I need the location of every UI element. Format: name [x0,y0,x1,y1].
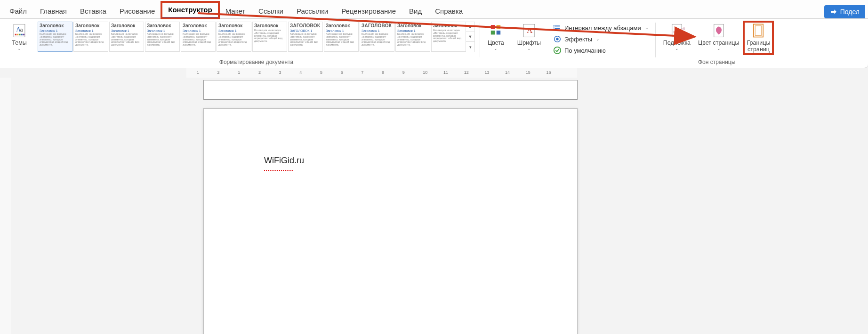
separator [655,23,656,57]
chevron-down-icon: ⌄ [645,25,649,30]
style-gallery[interactable]: ЗаголовокЗаголовок 1Коллекция на вкладке… [38,22,466,52]
ruler-tick: 11 [443,70,448,75]
tab-home[interactable]: Главная [33,3,73,18]
watermark-button[interactable]: ОБРАЗЕЦ Подложка ⌄ [660,22,693,54]
ruler-tick: 10 [423,70,427,75]
style-tile[interactable]: ЗаголовокЗаголовок 1Коллекция на вкладке… [38,22,72,52]
share-button[interactable]: Подел [824,5,865,18]
tab-draw[interactable]: Рисование [113,3,162,18]
ruler-tick: 4 [299,70,302,75]
page-borders-label-1: Границы [747,40,770,46]
style-tile-body: Коллекция на вкладке «Вставка» содержит … [75,33,106,47]
ruler-tick: 8 [382,70,384,75]
tab-file[interactable]: Файл [3,3,33,18]
svg-rect-10 [491,31,495,35]
style-tile[interactable]: ЗаголовокЗаголовок 1Коллекция на вкладке… [324,22,359,52]
style-tile[interactable]: ЗАГОЛОВОКЗАГОЛОВОК 1Коллекция на вкладке… [288,22,323,52]
tab-mailings[interactable]: Рассылки [290,3,335,18]
style-tile-subheading: Заголовок 1 [362,29,393,32]
group-page-background: ОБРАЗЕЦ Подложка ⌄ Цвет страницы ⌄ Грани… [657,21,777,68]
style-tile-heading: Заголовок [75,23,106,28]
themes-button[interactable]: A a Темы ⌄ [8,22,30,52]
style-tile-heading: Заголовок [326,23,357,28]
page-color-icon [711,23,727,39]
ruler-tick: 12 [464,70,469,75]
page-color-button[interactable]: Цвет страницы ⌄ [695,22,742,54]
ruler-tick: 2 [217,70,220,75]
ruler-tick: 7 [361,70,363,75]
page-borders-icon [750,23,766,39]
style-tile[interactable]: ЗаголовокЗаголовок 1Коллекция на вкладке… [395,22,430,52]
share-icon [830,8,837,16]
watermark-icon: ОБРАЗЕЦ [669,23,685,39]
style-tile-body: Коллекция на вкладке «Вставка» содержит … [40,33,71,47]
set-default-button[interactable]: По умолчанию [551,45,651,56]
previous-page-fragment[interactable] [203,80,578,100]
chevron-down-icon: ⌄ [675,46,679,51]
style-tile-body: Коллекция на вкладке «Вставка» содержит … [290,33,321,47]
paragraph-spacing-button[interactable]: Интервал между абзацами⌄ [551,23,651,33]
page-text[interactable]: WiFiGid.ru [264,156,304,165]
tab-design[interactable]: Конструктор [161,2,218,18]
default-label: По умолчанию [564,47,606,54]
gallery-up-button[interactable]: ▲ [466,22,474,32]
effects-label: Эффекты [564,36,592,43]
style-tile-subheading: Заголовок 1 [111,29,142,32]
svg-rect-7 [23,34,24,35]
svg-text:A: A [527,26,533,35]
fonts-label: Шрифты [517,40,541,46]
chevron-down-icon: ⌄ [596,37,600,41]
style-tile-subheading: Заголовок 1 [147,29,178,32]
style-tile-heading: Заголовок [40,23,71,28]
style-tile-subheading: Заголовок 1 [75,29,106,32]
tab-layout[interactable]: Макет [219,3,252,18]
tab-view[interactable]: Вид [402,3,428,18]
style-tile[interactable]: ЗАГОЛОВОКЗаголовок 1Коллекция на вкладке… [360,22,394,52]
style-tile-body: Коллекция на вкладке «Вставка» содержит … [111,33,142,47]
style-tile[interactable]: ЗаголовокЗаголовок 1Коллекция на вкладке… [145,22,180,52]
style-tile[interactable]: ЗаголовокЗаголовок 1Коллекция на вкладке… [181,22,216,52]
paragraph-spacing-label: Интервал между абзацами [564,24,641,32]
style-tile-subheading: Заголовок 1 [40,29,71,32]
gallery-more-button[interactable]: ▾ [466,42,474,52]
tab-insert[interactable]: Вставка [73,3,113,18]
group-label-formatting: Форматирование документа [219,59,293,67]
ruler-tick: 14 [505,70,510,75]
style-tile-body: Коллекция на вкладке «Вставка» содержит … [183,33,214,47]
style-tile[interactable]: ЗаголовокКоллекция на вкладке «Вставка» … [252,22,287,52]
tab-references[interactable]: Ссылки [252,3,290,18]
page-borders-button[interactable]: Границы страниц [744,22,773,54]
svg-point-16 [554,47,561,54]
style-tile-heading: ЗАГОЛОВОК [290,23,321,28]
chevron-down-icon: ⌄ [527,46,531,51]
watermark-label: Подложка [663,40,691,46]
document-page[interactable]: WiFiGid.ru [203,108,578,334]
ribbon-design: A a Темы ⌄ ЗаголовокЗаголовок 1Коллекция… [0,19,868,68]
style-tile-body: Коллекция на вкладке «Вставка» содержит … [218,33,249,47]
page-color-label: Цвет страницы [698,40,739,46]
style-tile[interactable]: ЗаголовокЗаголовок 1Коллекция на вкладке… [73,22,108,52]
ruler-tick: 9 [402,70,405,75]
style-tile[interactable]: ЗаголовокЗаголовок 1Коллекция на вкладке… [217,22,251,52]
style-tile-body: Коллекция на вкладке «Вставка» содержит … [433,29,464,43]
svg-text:a: a [20,27,23,32]
gallery-down-button[interactable]: ▼ [466,32,474,42]
style-tile[interactable]: ЗаголовокЗаголовок 1Коллекция на вкладке… [109,22,144,52]
style-tile-heading: Заголовок [111,23,142,28]
style-tile-body: Коллекция на вкладке «Вставка» содержит … [362,33,393,47]
colors-button[interactable]: Цвета ⌄ [485,22,507,52]
chevron-down-icon: ⌄ [717,46,721,51]
vertical-ruler[interactable] [0,78,11,334]
tab-review[interactable]: Рецензирование [335,3,402,18]
fonts-button[interactable]: A Шрифты ⌄ [514,22,544,52]
group-style-options: Интервал между абзацами⌄ Эффекты⌄ По умо… [547,21,654,68]
effects-button[interactable]: Эффекты⌄ [551,34,651,44]
spellcheck-underline [264,170,293,171]
horizontal-ruler[interactable]: 1212345678910111213141516 [186,68,577,78]
style-tile[interactable]: ЗаголовокКоллекция на вкладке «Вставка» … [431,22,466,52]
svg-rect-3 [15,34,16,35]
ruler-tick: 3 [279,70,281,75]
svg-point-15 [556,38,558,40]
style-tile-heading: Заголовок [218,23,249,28]
tab-help[interactable]: Справка [428,3,469,18]
